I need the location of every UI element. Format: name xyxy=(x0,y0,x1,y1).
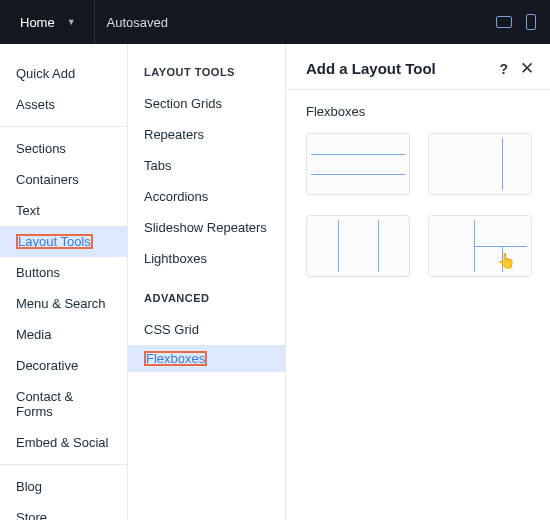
primary-sidebar: Quick Add Assets Sections Containers Tex… xyxy=(0,44,128,520)
sidebar-item-label: Layout Tools xyxy=(16,234,93,249)
section-head-advanced: ADVANCED xyxy=(128,284,285,314)
cursor-icon: 👆 xyxy=(497,252,516,270)
flexbox-option-rows[interactable] xyxy=(306,133,410,195)
sidebar-item-text[interactable]: Text xyxy=(0,195,127,226)
sub-item-repeaters[interactable]: Repeaters xyxy=(128,119,285,150)
desktop-icon[interactable] xyxy=(496,16,512,28)
panel-title: Add a Layout Tool xyxy=(306,60,436,77)
device-switcher xyxy=(496,14,540,30)
chevron-down-icon: ▼ xyxy=(67,17,76,27)
sub-item-tabs[interactable]: Tabs xyxy=(128,150,285,181)
topbar: Home ▼ Autosaved xyxy=(0,0,550,44)
sidebar-item-sections[interactable]: Sections xyxy=(0,133,127,164)
sidebar-item-menu-search[interactable]: Menu & Search xyxy=(0,288,127,319)
panel: Add a Layout Tool ? ✕ Flexboxes 👆 xyxy=(286,44,550,520)
sub-item-css-grid[interactable]: CSS Grid xyxy=(128,314,285,345)
divider xyxy=(0,126,127,127)
sidebar-item-embed-social[interactable]: Embed & Social xyxy=(0,427,127,458)
sidebar-item-assets[interactable]: Assets xyxy=(0,89,127,120)
sidebar-item-contact-forms[interactable]: Contact & Forms xyxy=(0,381,127,427)
panel-section-label: Flexboxes xyxy=(286,90,550,133)
panel-header: Add a Layout Tool ? ✕ xyxy=(286,44,550,90)
sidebar-item-blog[interactable]: Blog xyxy=(0,471,127,502)
sub-item-lightboxes[interactable]: Lightboxes xyxy=(128,243,285,274)
home-label: Home xyxy=(20,15,55,30)
sub-item-label: Flexboxes xyxy=(144,351,207,366)
sidebar-item-buttons[interactable]: Buttons xyxy=(0,257,127,288)
help-icon[interactable]: ? xyxy=(499,61,508,77)
secondary-sidebar: LAYOUT TOOLS Section Grids Repeaters Tab… xyxy=(128,44,286,520)
flexbox-option-sidebar[interactable] xyxy=(428,133,532,195)
sidebar-item-layout-tools[interactable]: Layout Tools xyxy=(0,226,127,257)
home-dropdown[interactable]: Home ▼ xyxy=(10,0,86,44)
layout-options-grid: 👆 xyxy=(286,133,550,277)
sub-item-section-grids[interactable]: Section Grids xyxy=(128,88,285,119)
sidebar-item-quick-add[interactable]: Quick Add xyxy=(0,58,127,89)
sidebar-item-decorative[interactable]: Decorative xyxy=(0,350,127,381)
main: Quick Add Assets Sections Containers Tex… xyxy=(0,44,550,520)
sidebar-item-store[interactable]: Store xyxy=(0,502,127,520)
autosaved-status: Autosaved xyxy=(103,15,168,30)
section-head-layout-tools: LAYOUT TOOLS xyxy=(128,58,285,88)
sidebar-item-containers[interactable]: Containers xyxy=(0,164,127,195)
flexbox-option-mixed[interactable]: 👆 xyxy=(428,215,532,277)
sub-item-flexboxes[interactable]: Flexboxes xyxy=(128,345,285,372)
sub-item-slideshow-repeaters[interactable]: Slideshow Repeaters xyxy=(128,212,285,243)
divider xyxy=(0,464,127,465)
mobile-icon[interactable] xyxy=(526,14,536,30)
sub-item-accordions[interactable]: Accordions xyxy=(128,181,285,212)
divider xyxy=(94,0,95,44)
sidebar-item-media[interactable]: Media xyxy=(0,319,127,350)
close-icon[interactable]: ✕ xyxy=(520,60,534,77)
flexbox-option-columns[interactable] xyxy=(306,215,410,277)
